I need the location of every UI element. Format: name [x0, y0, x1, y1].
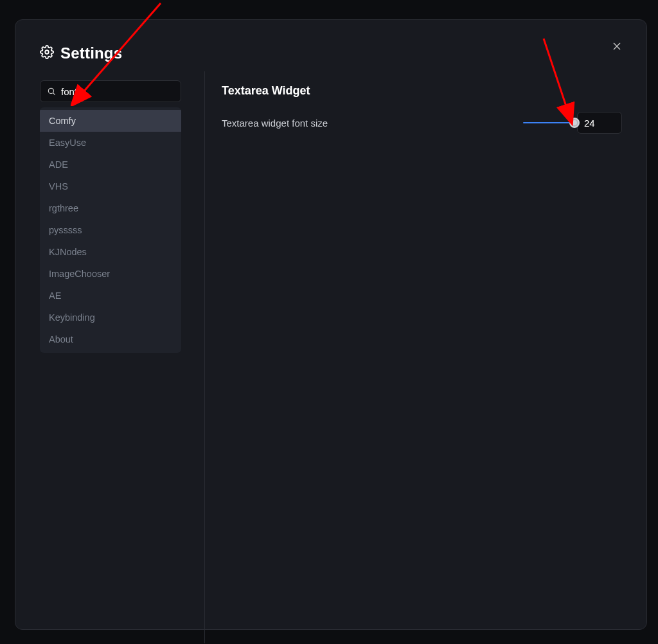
sidebar-item-label: Keybinding [49, 312, 95, 323]
sidebar-item-label: Comfy [49, 116, 76, 126]
sidebar-item-ae[interactable]: AE [40, 285, 181, 307]
slider-knob[interactable] [569, 118, 580, 128]
sidebar-item-about[interactable]: About [40, 328, 181, 350]
vertical-divider [204, 71, 205, 643]
sidebar-item-label: About [49, 334, 73, 344]
search-input[interactable] [40, 81, 181, 102]
category-list: Comfy EasyUse ADE VHS rgthree pysssss KJ… [40, 107, 181, 353]
setting-row-font-size: Textarea widget font size [222, 112, 622, 134]
font-size-slider[interactable] [523, 118, 578, 128]
slider-group [523, 112, 622, 134]
sidebar-item-easyuse[interactable]: EasyUse [40, 132, 181, 154]
sidebar-item-label: EasyUse [49, 138, 86, 148]
sidebar-item-vhs[interactable]: VHS [40, 175, 181, 197]
sidebar-item-imagechooser[interactable]: ImageChooser [40, 263, 181, 285]
modal-header: Settings [40, 44, 622, 62]
search-wrap [40, 80, 181, 102]
sidebar-item-ade[interactable]: ADE [40, 154, 181, 175]
sidebar: Comfy EasyUse ADE VHS rgthree pysssss KJ… [40, 80, 189, 601]
font-size-input[interactable] [577, 112, 622, 134]
settings-modal: Settings Comf [15, 19, 647, 630]
sidebar-item-label: AE [49, 291, 61, 301]
sidebar-item-pysssss[interactable]: pysssss [40, 219, 181, 241]
sidebar-item-label: KJNodes [49, 247, 87, 257]
section-title: Textarea Widget [222, 84, 622, 98]
sidebar-item-kjnodes[interactable]: KJNodes [40, 241, 181, 263]
sidebar-item-rgthree[interactable]: rgthree [40, 197, 181, 219]
sidebar-item-label: rgthree [49, 203, 78, 213]
content-pane: Textarea Widget Textarea widget font siz… [222, 80, 622, 601]
svg-point-0 [45, 50, 49, 54]
close-button[interactable] [608, 39, 626, 57]
title-wrap: Settings [40, 44, 122, 62]
sidebar-item-label: ImageChooser [49, 269, 110, 279]
sidebar-item-label: pysssss [49, 225, 82, 235]
close-icon [612, 41, 622, 54]
sidebar-item-comfy[interactable]: Comfy [40, 110, 181, 132]
page-title: Settings [60, 44, 122, 62]
setting-label: Textarea widget font size [222, 118, 328, 129]
modal-body: Comfy EasyUse ADE VHS rgthree pysssss KJ… [40, 80, 622, 601]
sidebar-item-keybinding[interactable]: Keybinding [40, 307, 181, 328]
sidebar-item-label: VHS [49, 181, 68, 192]
gear-icon [40, 45, 54, 62]
sidebar-item-label: ADE [49, 159, 68, 170]
